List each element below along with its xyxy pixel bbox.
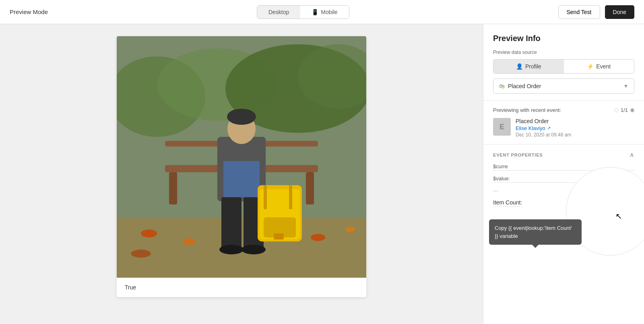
item-count-container: Copy {{ event|lookup:'Item Count' }} var…	[493, 199, 634, 207]
right-panel: Preview Info Preview data source 👤 Profi…	[483, 24, 644, 324]
svg-point-28	[131, 250, 151, 258]
event-toggle-btn[interactable]: ⚡ Event	[564, 60, 634, 73]
collapse-icon[interactable]: ∧	[630, 151, 634, 159]
svg-point-26	[311, 234, 325, 241]
preview-mode-label: Preview Mode	[10, 8, 48, 15]
svg-rect-20	[264, 185, 267, 209]
preview-card: True	[117, 36, 366, 297]
svg-rect-13	[221, 197, 242, 250]
main-layout: True Preview Info Preview data source 👤 …	[0, 24, 644, 324]
chevron-down-icon: ▼	[623, 83, 628, 89]
svg-point-12	[227, 109, 256, 125]
svg-point-25	[183, 238, 195, 245]
prop-item-value: $value:	[493, 175, 634, 183]
view-toggle: Desktop 📱 Mobile	[257, 5, 349, 19]
done-button[interactable]: Done	[605, 5, 634, 19]
event-info: Placed Order Elise Klaviyo ↗ Dec 10, 202…	[516, 118, 634, 138]
person-icon: 👤	[516, 63, 523, 70]
expand-items-row[interactable]: Ite	[493, 231, 634, 237]
svg-rect-7	[169, 172, 177, 204]
svg-point-16	[242, 245, 266, 254]
preview-image-svg	[117, 36, 366, 278]
profile-toggle-btn[interactable]: 👤 Profile	[493, 60, 564, 73]
mobile-tab[interactable]: 📱 Mobile	[300, 6, 349, 19]
svg-rect-21	[289, 185, 292, 209]
placed-order-dropdown[interactable]: 🛍 Placed Order ▼	[493, 78, 634, 94]
topbar-actions: Send Test Done	[558, 5, 634, 19]
prev-nav-dot[interactable]	[614, 108, 618, 112]
right-panel-inner: Preview Info Preview data source 👤 Profi…	[483, 24, 644, 244]
panel-title: Preview Info	[493, 34, 634, 43]
panel-header: Preview Info Preview data source 👤 Profi…	[483, 24, 644, 101]
svg-point-15	[219, 245, 244, 254]
topbar: Preview Mode Desktop 📱 Mobile Send Test …	[0, 0, 644, 24]
expand-icon	[493, 232, 496, 236]
bolt-icon: ⚡	[587, 63, 594, 70]
preview-image	[117, 36, 366, 278]
event-props-title: EVENT PROPERTIES	[493, 153, 543, 157]
expand-label: Ite	[497, 231, 503, 237]
item-count-row: Item Count:	[493, 199, 634, 207]
prop-key-currency[interactable]: $curre	[493, 163, 634, 171]
event-user[interactable]: Elise Klaviyo ↗	[516, 125, 634, 131]
svg-rect-17	[223, 161, 260, 197]
preview-area: True	[0, 24, 483, 324]
prop-key-value[interactable]: $value:	[493, 175, 634, 183]
event-props-header: EVENT PROPERTIES ∧	[493, 151, 634, 159]
data-source-label: Preview data source	[493, 50, 634, 55]
event-properties-section: EVENT PROPERTIES ∧ $curre $value: —	[483, 144, 644, 244]
external-link-icon: ↗	[547, 126, 551, 131]
svg-rect-23	[274, 233, 284, 239]
tooltip-arrow	[532, 245, 539, 248]
event-date: Dec 10, 2020 at 09:48 am	[516, 132, 634, 138]
previewing-label: Previewing with recent event: 1/1	[493, 107, 634, 113]
event-item: E Placed Order Elise Klaviyo ↗ Dec 10, 2…	[493, 118, 634, 138]
preview-caption-area: True	[117, 278, 366, 297]
previewing-section: Previewing with recent event: 1/1 E Plac…	[483, 101, 644, 144]
send-test-button[interactable]: Send Test	[558, 5, 600, 19]
dropdown-inner: 🛍 Placed Order	[499, 83, 541, 89]
prop-key-dash: —	[493, 188, 634, 194]
prop-item-currency: $curre	[493, 163, 634, 171]
prop-key-item-count[interactable]: Item Count:	[493, 199, 522, 207]
event-name: Placed Order	[516, 118, 634, 124]
next-nav-dot[interactable]	[630, 108, 634, 112]
preview-caption: True	[125, 284, 358, 291]
event-avatar: E	[493, 118, 511, 136]
mobile-icon: 📱	[312, 9, 318, 15]
data-source-toggle: 👤 Profile ⚡ Event	[493, 59, 634, 74]
svg-rect-8	[306, 172, 314, 204]
svg-point-24	[141, 229, 157, 237]
cursor-indicator: ↖	[615, 211, 622, 221]
shopify-icon: 🛍	[499, 83, 505, 89]
svg-point-27	[345, 227, 355, 232]
previewing-counter: 1/1	[614, 107, 634, 113]
prop-item-dash: —	[493, 188, 634, 194]
desktop-tab[interactable]: Desktop	[257, 6, 300, 19]
